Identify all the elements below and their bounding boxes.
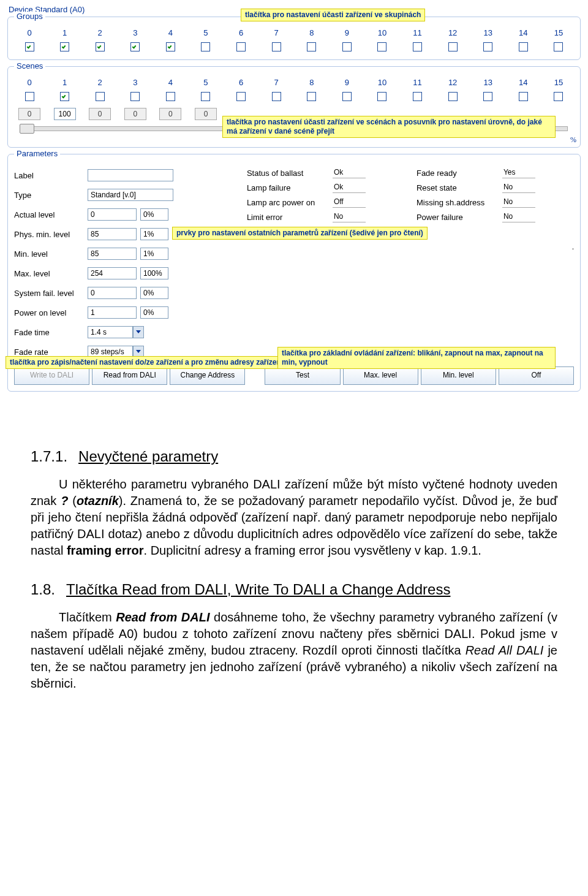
off-button[interactable]: Off (499, 366, 574, 385)
group-checkbox[interactable] (130, 42, 140, 51)
param-label-sysfail: System fail. level (14, 289, 88, 298)
document-body: 1.7.1.Nevyčtené parametry U některého pa… (0, 405, 588, 726)
group-checkbox[interactable] (342, 42, 352, 51)
parameters-legend: Parameters (14, 149, 60, 158)
scene-checkbox[interactable] (60, 92, 69, 101)
scene-checkbox[interactable] (166, 92, 175, 101)
min-level-button[interactable]: Min. level (421, 366, 496, 385)
scene-checkbox[interactable] (307, 92, 316, 101)
group-checkbox[interactable] (236, 42, 246, 51)
param-label-actual: Actual level (14, 210, 88, 219)
col-number: 6 (226, 78, 257, 87)
read-from-dali-button[interactable]: Read from DALI (92, 366, 167, 385)
group-checkbox[interactable] (272, 42, 281, 51)
col-number: 11 (402, 28, 433, 37)
param-label-poweron: Power on level (14, 308, 88, 317)
group-checkbox[interactable] (483, 42, 492, 51)
scene-checkbox[interactable] (554, 92, 563, 101)
status-label-missing: Missing sh.address (417, 198, 502, 207)
group-checkbox[interactable] (166, 42, 175, 51)
param-pct-physmin: 1% (140, 228, 168, 240)
scene-value-input[interactable]: 0 (124, 108, 146, 120)
max-level-button[interactable]: Max. level (343, 366, 418, 385)
param-input-label[interactable] (88, 169, 173, 181)
param-label-max: Max. level (14, 269, 88, 278)
param-input-min[interactable]: 85 (88, 248, 137, 260)
col-number: 12 (437, 78, 468, 87)
heading-18: 1.8.Tlačítka Read from DALI, Write To DA… (31, 581, 557, 598)
param-label-faderate: Fade rate (14, 347, 88, 357)
change-address-button[interactable]: Change Address (170, 366, 245, 385)
param-input-fadetime[interactable]: 1.4 s (88, 326, 133, 338)
group-checkbox[interactable] (307, 42, 316, 51)
param-label-physmin: Phys. min. level (14, 230, 88, 239)
group-checkbox[interactable] (554, 42, 563, 51)
scene-checkbox[interactable] (342, 92, 352, 101)
group-checkbox[interactable] (377, 42, 386, 51)
scene-checkbox[interactable] (236, 92, 246, 101)
col-number: 10 (367, 28, 398, 37)
scene-checkbox[interactable] (96, 92, 105, 101)
param-pct-sysfail: 0% (140, 287, 168, 299)
scene-checkbox[interactable] (130, 92, 140, 101)
col-number: 4 (155, 28, 186, 37)
group-checkbox[interactable] (413, 42, 422, 51)
right-buttons-callout: tlačítka pro základní ovládání zařízení:… (277, 347, 556, 369)
param-input-max[interactable]: 254 (88, 267, 137, 279)
write-to-dali-button[interactable]: Write to DALI (14, 366, 89, 385)
col-number: 0 (14, 78, 45, 87)
col-number: 6 (226, 28, 257, 37)
slider-thumb-icon[interactable] (20, 124, 34, 134)
scenes-groupbox: Scenes 0123456789101112131415 01000000 t… (7, 66, 581, 148)
scene-value-input[interactable]: 0 (18, 108, 40, 120)
col-number: 13 (473, 28, 503, 37)
group-checkbox[interactable] (448, 42, 458, 51)
scene-checkbox[interactable] (483, 92, 492, 101)
groups-checks-row (14, 42, 574, 53)
status-label-pfail: Power failure (417, 213, 502, 222)
params-callout: prvky pro nastavení ostatních parametrů … (172, 227, 428, 240)
dali-config-screenshot: Device Standard (A0) Groups tlačítka pro… (0, 0, 588, 405)
scene-checkbox[interactable] (201, 92, 210, 101)
col-number: 7 (261, 28, 292, 37)
col-number: 4 (155, 78, 186, 87)
group-checkbox[interactable] (201, 42, 210, 51)
percent-label: % (570, 135, 576, 145)
group-checkbox[interactable] (519, 42, 528, 51)
scene-checkbox[interactable] (519, 92, 528, 101)
scene-value-input[interactable]: 100 (54, 108, 76, 120)
group-checkbox[interactable] (60, 42, 69, 51)
param-label-fadetime: Fade time (14, 328, 88, 337)
col-number: 8 (296, 28, 327, 37)
scene-checkbox[interactable] (25, 92, 34, 101)
scene-checkbox[interactable] (413, 92, 422, 101)
col-number: 1 (50, 28, 80, 37)
test-button[interactable]: Test (265, 366, 340, 385)
param-input-poweron[interactable]: 1 (88, 306, 137, 319)
col-number: 12 (437, 28, 468, 37)
param-label-label: Label (14, 171, 88, 180)
param-input-physmin[interactable]: 85 (88, 228, 137, 240)
parameters-groupbox: Parameters Label TypeStandard [v.0] Actu… (7, 154, 581, 392)
dropdown-arrow-icon[interactable] (133, 326, 144, 338)
param-input-sysfail[interactable]: 0 (88, 287, 137, 299)
status-label-limit: Limit error (247, 213, 333, 222)
param-input-type[interactable]: Standard [v.0] (88, 189, 173, 201)
scene-value-input[interactable]: 0 (89, 108, 111, 120)
group-checkbox[interactable] (96, 42, 105, 51)
scene-checkbox[interactable] (377, 92, 386, 101)
scene-checkbox[interactable] (448, 92, 458, 101)
groups-callout: tlačítka pro nastavení účasti zařízení v… (241, 9, 425, 21)
scene-checkbox[interactable] (272, 92, 281, 101)
status-label-ballast: Status of ballast (247, 169, 333, 178)
col-number: 7 (261, 78, 292, 87)
param-pct-min: 1% (140, 248, 168, 260)
group-checkbox[interactable] (25, 42, 34, 51)
scene-value-input[interactable]: 0 (195, 108, 217, 120)
param-input-actual[interactable]: 0 (88, 208, 137, 221)
col-number: 0 (14, 28, 45, 37)
paragraph-18: Tlačítkem Read from DALI dosáhneme toho,… (31, 609, 557, 692)
col-number: 8 (296, 78, 327, 87)
scenes-legend: Scenes (14, 61, 45, 70)
scene-value-input[interactable]: 0 (159, 108, 181, 120)
